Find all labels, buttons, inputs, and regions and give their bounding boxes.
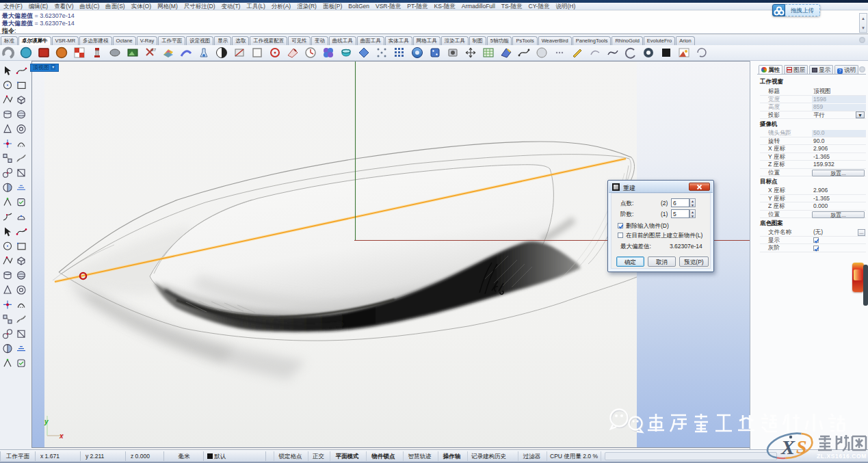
svg-text:x: x — [59, 432, 64, 440]
svg-text:y: y — [44, 418, 49, 425]
svg-text:G7: G7 — [150, 48, 157, 52]
